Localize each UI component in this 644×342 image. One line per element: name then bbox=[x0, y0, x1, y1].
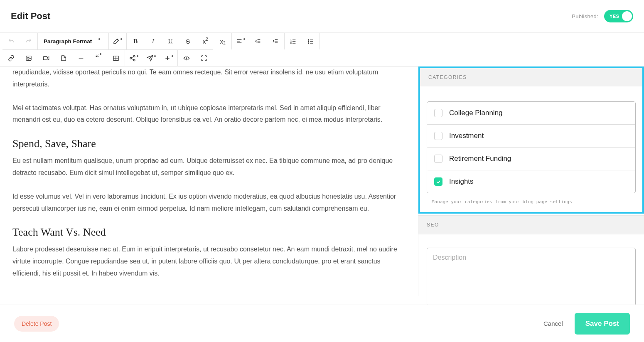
categories-panel: CATEGORIES College Planning Investment R… bbox=[418, 66, 644, 214]
svg-text:3: 3 bbox=[291, 42, 292, 44]
hr-button[interactable] bbox=[72, 50, 90, 66]
outdent-button[interactable] bbox=[249, 33, 267, 49]
svg-point-29 bbox=[130, 57, 132, 59]
category-item[interactable]: College Planning bbox=[427, 102, 635, 125]
footer-right: Cancel Save Post bbox=[543, 313, 630, 335]
page-header: Edit Post Published: YES bbox=[0, 0, 644, 33]
categories-help: Manage your categories from your blog pa… bbox=[432, 199, 635, 204]
indent-button[interactable] bbox=[267, 33, 284, 49]
paragraph-text: Labore prodesset deseruisse nec at. Eum … bbox=[12, 244, 406, 279]
sidebar: CATEGORIES College Planning Investment R… bbox=[418, 66, 644, 329]
file-button[interactable] bbox=[55, 50, 72, 66]
heading-text: Spend, Save, Share bbox=[12, 138, 406, 150]
strikethrough-button[interactable]: S bbox=[179, 33, 197, 49]
send-button[interactable] bbox=[143, 50, 160, 66]
table-button[interactable] bbox=[107, 50, 125, 66]
video-button[interactable] bbox=[37, 50, 55, 66]
delete-post-button[interactable]: Delete Post bbox=[14, 316, 59, 332]
paragraph-text: repudiandae, vidisse oporteat periculis … bbox=[12, 66, 406, 91]
page-title: Edit Post bbox=[11, 11, 50, 22]
paragraph-text: Id esse volumus vel. Vel in vero laboram… bbox=[12, 191, 406, 215]
main-area: repudiandae, vidisse oporteat periculis … bbox=[0, 66, 644, 342]
share-button[interactable] bbox=[125, 50, 143, 66]
category-checkbox[interactable] bbox=[434, 132, 442, 140]
category-checkbox[interactable] bbox=[434, 155, 442, 163]
svg-line-32 bbox=[132, 59, 134, 60]
heading-text: Teach Want Vs. Need bbox=[12, 226, 406, 239]
svg-point-30 bbox=[133, 59, 135, 61]
svg-line-35 bbox=[186, 56, 187, 60]
editor-toolbar: Paragraph Format B I U S x2 x2 123 “ bbox=[0, 33, 418, 66]
save-post-button[interactable]: Save Post bbox=[575, 313, 630, 335]
paragraph-format-dropdown[interactable]: Paragraph Format bbox=[38, 33, 108, 49]
category-label: Insights bbox=[449, 177, 474, 186]
bold-button[interactable]: B bbox=[127, 33, 144, 49]
code-button[interactable] bbox=[178, 50, 195, 66]
svg-point-28 bbox=[133, 55, 135, 57]
italic-button[interactable]: I bbox=[144, 33, 162, 49]
image-button[interactable] bbox=[20, 50, 37, 66]
redo-button[interactable] bbox=[20, 33, 37, 49]
insert-button[interactable] bbox=[160, 50, 177, 66]
toggle-label: YES bbox=[610, 14, 619, 19]
cancel-button[interactable]: Cancel bbox=[543, 320, 563, 327]
published-label: Published: bbox=[572, 13, 598, 20]
superscript-button[interactable]: x2 bbox=[197, 33, 214, 49]
published-toggle[interactable]: YES bbox=[604, 10, 633, 22]
svg-point-20 bbox=[308, 43, 309, 44]
category-list: College Planning Investment Retirement F… bbox=[427, 101, 636, 193]
category-checkbox[interactable] bbox=[434, 109, 442, 117]
category-label: Investment bbox=[449, 132, 484, 140]
quote-button[interactable]: “ bbox=[90, 50, 107, 66]
category-label: Retirement Funding bbox=[449, 155, 511, 163]
magic-button[interactable] bbox=[109, 33, 126, 49]
svg-rect-23 bbox=[43, 57, 47, 60]
header-actions: Published: YES bbox=[572, 10, 633, 22]
category-checkbox[interactable] bbox=[434, 177, 442, 186]
category-item[interactable]: Investment bbox=[427, 125, 635, 148]
seo-title: SEO bbox=[418, 215, 644, 234]
svg-point-19 bbox=[308, 41, 309, 42]
content-editor[interactable]: repudiandae, vidisse oporteat periculis … bbox=[0, 66, 418, 296]
category-item[interactable]: Retirement Funding bbox=[427, 148, 635, 170]
footer: Delete Post Cancel Save Post bbox=[0, 305, 644, 342]
toggle-knob bbox=[622, 11, 632, 21]
unordered-list-button[interactable] bbox=[302, 33, 320, 50]
align-button[interactable] bbox=[232, 33, 249, 49]
svg-point-22 bbox=[27, 57, 29, 58]
svg-point-18 bbox=[308, 39, 309, 40]
underline-button[interactable]: U bbox=[162, 33, 179, 49]
categories-title: CATEGORIES bbox=[420, 68, 642, 86]
undo-button[interactable] bbox=[2, 33, 20, 49]
category-label: College Planning bbox=[449, 109, 503, 117]
ordered-list-button[interactable]: 123 bbox=[285, 33, 302, 50]
seo-description-input[interactable] bbox=[427, 248, 636, 306]
subscript-button[interactable]: x2 bbox=[214, 33, 231, 49]
fullscreen-button[interactable] bbox=[195, 50, 213, 66]
category-item[interactable]: Insights bbox=[427, 170, 635, 193]
link-button[interactable] bbox=[2, 50, 20, 66]
paragraph-text: Mei et tacimates volutpat. Has ornatus v… bbox=[12, 102, 406, 126]
svg-line-31 bbox=[132, 57, 134, 58]
paragraph-text: Eu est nullam mentitum qualisque, unum p… bbox=[12, 155, 406, 179]
